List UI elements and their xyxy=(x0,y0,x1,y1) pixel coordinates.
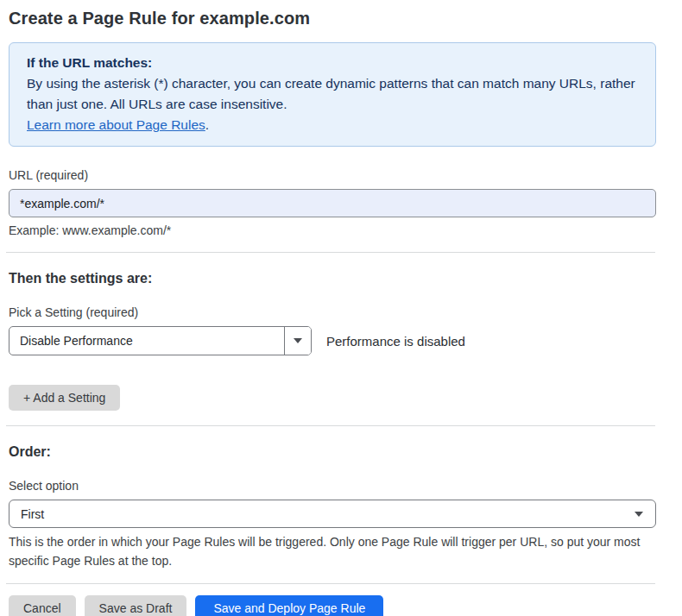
setting-select-arrow-button[interactable] xyxy=(284,327,311,355)
divider xyxy=(6,583,655,584)
order-select-value: First xyxy=(9,507,635,521)
cancel-button[interactable]: Cancel xyxy=(9,595,76,616)
url-match-info-box: If the URL matches: By using the asteris… xyxy=(9,42,656,147)
setting-select-value: Disable Performance xyxy=(9,327,284,355)
learn-more-link[interactable]: Learn more about Page Rules xyxy=(27,117,205,132)
settings-heading: Then the settings are: xyxy=(9,271,656,286)
chevron-down-icon xyxy=(294,338,302,343)
page-title: Create a Page Rule for example.com xyxy=(9,9,656,28)
url-example-hint: Example: www.example.com/* xyxy=(9,223,656,237)
divider xyxy=(6,425,655,426)
info-box-heading: If the URL matches: xyxy=(27,53,638,73)
link-period: . xyxy=(205,117,209,132)
create-page-rule-page: Create a Page Rule for example.com If th… xyxy=(0,0,682,616)
url-input[interactable] xyxy=(9,189,656,217)
footer-actions: Cancel Save as Draft Save and Deploy Pag… xyxy=(9,595,656,616)
add-setting-button[interactable]: + Add a Setting xyxy=(9,385,120,411)
info-box-link-line: Learn more about Page Rules. xyxy=(27,115,638,135)
info-box-body: By using the asterisk (*) character, you… xyxy=(27,73,638,115)
pick-setting-label: Pick a Setting (required) xyxy=(9,305,656,319)
url-label: URL (required) xyxy=(9,168,656,182)
divider xyxy=(6,252,655,253)
save-draft-button[interactable]: Save as Draft xyxy=(85,595,187,616)
form-content: Create a Page Rule for example.com If th… xyxy=(9,9,656,616)
setting-row: Disable Performance Performance is disab… xyxy=(9,326,656,355)
setting-select[interactable]: Disable Performance xyxy=(9,326,312,355)
order-select[interactable]: First xyxy=(9,500,656,528)
chevron-down-icon xyxy=(635,512,643,517)
order-help-text: This is the order in which your Page Rul… xyxy=(9,532,653,570)
save-deploy-button[interactable]: Save and Deploy Page Rule xyxy=(195,595,383,616)
order-select-label: Select option xyxy=(9,479,656,493)
setting-status-text: Performance is disabled xyxy=(326,334,465,349)
order-heading: Order: xyxy=(9,444,656,460)
